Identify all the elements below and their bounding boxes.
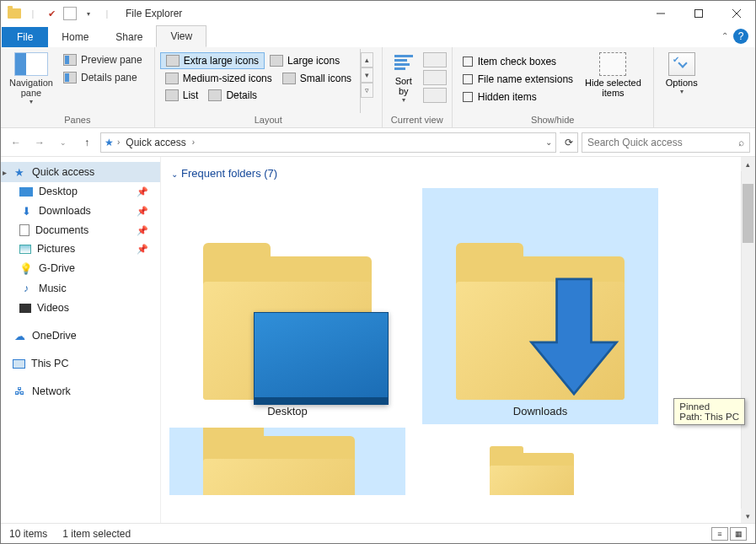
folder-label: Downloads: [513, 405, 567, 417]
gdrive-icon: 💡: [19, 261, 33, 275]
network-icon: 🖧: [13, 385, 26, 398]
tooltip: Pinned Path: This PC: [673, 398, 745, 425]
sidebar-quick-access[interactable]: ★ Quick access: [1, 162, 160, 182]
item-check-boxes-toggle[interactable]: Item check boxes: [461, 54, 575, 69]
options-button[interactable]: Options ▾: [659, 49, 705, 113]
sidebar-network[interactable]: 🖧 Network: [1, 381, 160, 401]
frequent-folders-header[interactable]: ⌄Frequent folders (7): [169, 164, 747, 188]
pin-icon: 📌: [137, 186, 148, 197]
folder-tile-desktop[interactable]: Desktop: [169, 188, 405, 424]
partial-folder-row: [169, 428, 747, 495]
scroll-thumb[interactable]: [743, 184, 753, 243]
ribbon: Navigation pane ▾ Preview pane Details p…: [1, 47, 755, 128]
close-button[interactable]: [717, 1, 755, 26]
back-button[interactable]: ←: [6, 132, 26, 153]
desktop-icon: [19, 187, 33, 197]
minimize-ribbon-icon[interactable]: ⌃: [721, 31, 728, 40]
breadcrumb-dropdown-icon[interactable]: ⌄: [545, 137, 552, 147]
hidden-items-toggle[interactable]: Hidden items: [461, 89, 575, 105]
minimize-button[interactable]: [641, 1, 679, 26]
new-folder-icon[interactable]: [63, 7, 77, 20]
layout-small[interactable]: Small icons: [277, 71, 357, 86]
sidebar-documents[interactable]: Documents📌: [1, 221, 160, 240]
breadcrumb-separator[interactable]: ›: [192, 137, 195, 147]
pin-icon: 📌: [137, 244, 148, 255]
group-label-show-hide: Show/hide: [458, 113, 648, 127]
layout-list[interactable]: List: [160, 88, 204, 103]
scroll-down-icon[interactable]: ▾: [741, 509, 755, 523]
details-pane-button[interactable]: Details pane: [60, 70, 146, 85]
sort-by-button[interactable]: Sort by ▾: [388, 49, 420, 113]
hide-selected-items-button[interactable]: Hide selected items: [578, 49, 648, 113]
folder-tile-partial[interactable]: [422, 428, 658, 495]
up-button[interactable]: ↑: [77, 132, 97, 153]
group-label-current-view: Current view: [388, 113, 447, 127]
help-icon[interactable]: ?: [733, 29, 748, 44]
qat-separator2: |: [100, 7, 114, 20]
sidebar-desktop[interactable]: Desktop📌: [1, 182, 160, 201]
forward-button[interactable]: →: [29, 132, 50, 153]
layout-gallery-scroll[interactable]: ▴▾▿: [360, 49, 373, 113]
this-pc-icon: [13, 359, 25, 369]
sidebar-music[interactable]: ♪ Music: [1, 278, 160, 299]
refresh-button[interactable]: ⟳: [560, 132, 578, 153]
group-by-button[interactable]: [423, 52, 447, 67]
tab-file[interactable]: File: [2, 27, 48, 47]
vertical-scrollbar[interactable]: ▴ ▾: [741, 157, 755, 523]
folder-tile-partial[interactable]: [169, 428, 405, 495]
music-icon: ♪: [19, 282, 33, 295]
explorer-icon: [8, 7, 21, 20]
add-columns-button[interactable]: [423, 70, 447, 85]
layout-details[interactable]: Details: [203, 88, 262, 103]
thumbnails-view-toggle[interactable]: ▦: [730, 527, 747, 541]
titlebar: | ✔ ▾ | File Explorer: [1, 1, 755, 26]
sidebar-downloads[interactable]: ⬇ Downloads📌: [1, 201, 160, 221]
group-label-layout: Layout: [160, 113, 377, 127]
tab-home[interactable]: Home: [48, 27, 102, 47]
recent-locations-button[interactable]: ⌄: [53, 132, 73, 153]
breadcrumb[interactable]: ★ › Quick access › ⌄: [100, 132, 556, 153]
layout-medium[interactable]: Medium-sized icons: [160, 71, 277, 86]
tab-share[interactable]: Share: [102, 27, 156, 47]
ribbon-group-options: Options ▾: [654, 47, 710, 127]
window-title: File Explorer: [121, 8, 182, 19]
properties-icon[interactable]: ✔: [45, 7, 58, 20]
sidebar-pictures[interactable]: Pictures📌: [1, 240, 160, 258]
search-icon: ⌕: [738, 137, 744, 148]
quick-access-root-icon[interactable]: ★: [105, 137, 114, 148]
search-box[interactable]: Search Quick access ⌕: [582, 132, 750, 153]
file-name-extensions-toggle[interactable]: File name extensions: [461, 72, 575, 87]
size-columns-button[interactable]: [423, 88, 447, 103]
navigation-pane-button[interactable]: Navigation pane ▾: [6, 49, 56, 113]
chevron-down-icon: ⌄: [171, 170, 178, 179]
pin-icon: 📌: [137, 206, 148, 217]
scroll-up-icon[interactable]: ▴: [741, 157, 755, 171]
folder-tile-downloads[interactable]: Downloads: [422, 188, 658, 424]
sidebar-videos[interactable]: Videos: [1, 299, 160, 317]
sidebar-gdrive[interactable]: 💡 G-Drive: [1, 258, 160, 278]
file-explorer-window: | ✔ ▾ | File Explorer File Home Share Vi…: [0, 0, 756, 544]
preview-pane-button[interactable]: Preview pane: [60, 52, 146, 67]
details-view-toggle[interactable]: ≡: [711, 527, 728, 541]
videos-icon: [19, 304, 31, 313]
status-selected-count: 1 item selected: [62, 528, 131, 540]
tab-view[interactable]: View: [156, 25, 206, 47]
address-bar: ← → ⌄ ↑ ★ › Quick access › ⌄ ⟳ Search Qu…: [1, 128, 755, 157]
folder-label: Desktop: [267, 405, 308, 417]
tooltip-line: Path: This PC: [679, 412, 739, 422]
layout-large[interactable]: Large icons: [265, 52, 345, 69]
sidebar-onedrive[interactable]: ☁ OneDrive: [1, 326, 160, 346]
qat-separator: |: [26, 7, 40, 20]
ribbon-group-current-view: Sort by ▾ Current view: [383, 47, 453, 127]
breadcrumb-separator[interactable]: ›: [117, 137, 120, 147]
folder-icon: [456, 256, 625, 400]
breadcrumb-quick-access[interactable]: Quick access: [123, 137, 188, 148]
sidebar-this-pc[interactable]: This PC: [1, 354, 160, 373]
qat-dropdown-icon[interactable]: ▾: [82, 7, 95, 20]
layout-extra-large[interactable]: Extra large icons: [160, 52, 265, 69]
star-icon: ★: [13, 165, 26, 179]
ribbon-group-show-hide: Item check boxes File name extensions Hi…: [453, 47, 654, 127]
content-area: ⌄Frequent folders (7) Desktop: [161, 157, 755, 523]
maximize-button[interactable]: [679, 1, 717, 26]
status-item-count: 10 items: [9, 528, 47, 540]
